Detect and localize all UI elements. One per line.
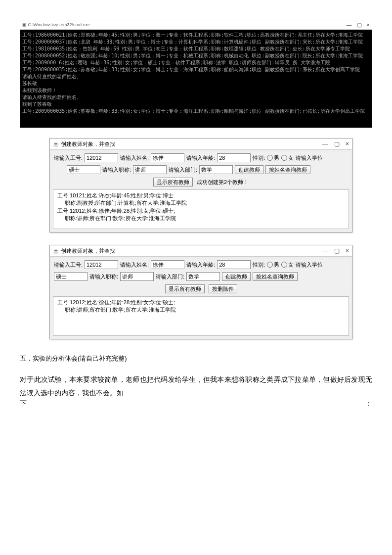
java-window-2: ☕ 创建教师对象，并查找 — ▢ × 请输入工号: 请输入姓名: 请输入年龄: … (49, 245, 352, 339)
label-name: 请输入姓名: (120, 154, 149, 162)
input-name[interactable] (151, 260, 184, 269)
minimize-button[interactable]: — (347, 22, 352, 28)
label-age: 请输入年龄: (186, 261, 215, 269)
label-age: 请输入年龄: (186, 154, 215, 162)
label-female: 女 (288, 261, 294, 269)
java-icon: ☕ (53, 141, 59, 147)
maximize-button[interactable]: ▢ (334, 247, 340, 254)
create-teacher-button[interactable]: 创建教师 (235, 165, 263, 174)
cmd-titlebar: ▣ C:\Windows\system32\cmd.exe — ▢ × (20, 20, 372, 30)
result-area-1: 工号:10121;姓名:许杰;年龄:45;性别:男;学位:博士 职称:副教授;所… (53, 189, 349, 229)
input-id[interactable] (85, 260, 118, 269)
input-dept[interactable] (186, 272, 220, 281)
input-dept[interactable] (199, 165, 233, 174)
analysis-paragraph: 对于此次试验，本来要求较简单，老师也把代码发给学生，但我本来想将职称之类弄成下拉… (20, 373, 372, 399)
radio-female[interactable] (281, 155, 287, 161)
radio-male[interactable] (267, 155, 273, 161)
label-male: 男 (274, 154, 279, 162)
cmd-window: ▣ C:\Windows\system32\cmd.exe — ▢ × 工号:1… (20, 20, 372, 128)
close-button[interactable]: × (346, 247, 349, 254)
search-by-name-button[interactable]: 按姓名查询教师 (253, 272, 298, 281)
label-degree: 请输入学位 (296, 154, 323, 162)
result-area-2: 工号:12012;姓名:徐佳;年龄:28;性别:女;学位:硕士; 职称:讲师;所… (53, 296, 349, 336)
label-gender: 性别: (253, 154, 265, 162)
maximize-button[interactable]: ▢ (334, 140, 340, 147)
status-text: 成功创建第2个教师！ (197, 179, 249, 186)
java-titlebar-1: ☕ 创建教师对象，并查找 — ▢ × (50, 139, 352, 150)
label-zhicheng: 请输入职称: (89, 273, 118, 280)
input-id[interactable] (85, 153, 118, 162)
label-id: 请输入工号: (54, 261, 83, 269)
create-teacher-button[interactable]: 创建教师 (222, 272, 251, 281)
close-button[interactable]: × (367, 22, 370, 28)
input-name[interactable] (151, 153, 184, 162)
java-icon: ☕ (53, 248, 59, 254)
delete-button[interactable]: 按删除件 (209, 284, 237, 293)
input-degree[interactable] (67, 165, 100, 174)
search-by-name-button[interactable]: 按姓名查询教师 (265, 165, 310, 174)
show-all-button[interactable]: 显示所有教师 (153, 178, 193, 186)
section-5-title: 五．实验的分析体会(请自己补充完整) (20, 354, 372, 363)
cmd-title-row: ▣ C:\Windows\system32\cmd.exe (22, 22, 90, 27)
input-zhicheng[interactable] (120, 272, 154, 281)
analysis-last-line: 下 ： (20, 399, 372, 408)
label-gender: 性别: (253, 261, 265, 269)
minimize-button[interactable]: — (322, 140, 328, 147)
input-degree[interactable] (54, 272, 87, 281)
cmd-title: C:\Windows\system32\cmd.exe (28, 22, 90, 27)
input-age[interactable] (217, 153, 251, 162)
java-window-1: ☕ 创建教师对象，并查找 — ▢ × 请输入工号: 请输入姓名: 请输入年龄: … (49, 138, 352, 232)
label-dept: 请输入部门: (169, 166, 197, 174)
window-title: 创建教师对象，并查找 (61, 247, 115, 255)
label-id: 请输入工号: (54, 154, 83, 162)
input-zhicheng[interactable] (133, 165, 167, 174)
show-all-button[interactable]: 显示所有教师 (165, 284, 205, 293)
label-name: 请输入姓名: (120, 261, 149, 269)
cmd-icon: ▣ (22, 22, 27, 27)
cmd-output: 工号:1986000021;姓名:郑前础;年龄:45;性别:男;学位：双一;专业… (20, 30, 372, 128)
maximize-button[interactable]: ▢ (357, 22, 362, 28)
last-right: ： (365, 399, 372, 408)
radio-male[interactable] (267, 262, 273, 268)
label-dept: 请输入部门: (156, 273, 184, 280)
input-age[interactable] (217, 260, 251, 269)
label-female: 女 (288, 154, 294, 162)
label-zhicheng: 请输入职称: (102, 166, 131, 174)
window-title: 创建教师对象，并查找 (61, 140, 115, 148)
java-titlebar-2: ☕ 创建教师对象，并查找 — ▢ × (50, 245, 352, 257)
radio-female[interactable] (281, 262, 287, 268)
label-male: 男 (274, 261, 279, 269)
minimize-button[interactable]: — (322, 247, 328, 254)
close-button[interactable]: × (346, 140, 349, 147)
label-degree: 请输入学位 (296, 261, 323, 269)
last-left: 下 (20, 399, 27, 408)
